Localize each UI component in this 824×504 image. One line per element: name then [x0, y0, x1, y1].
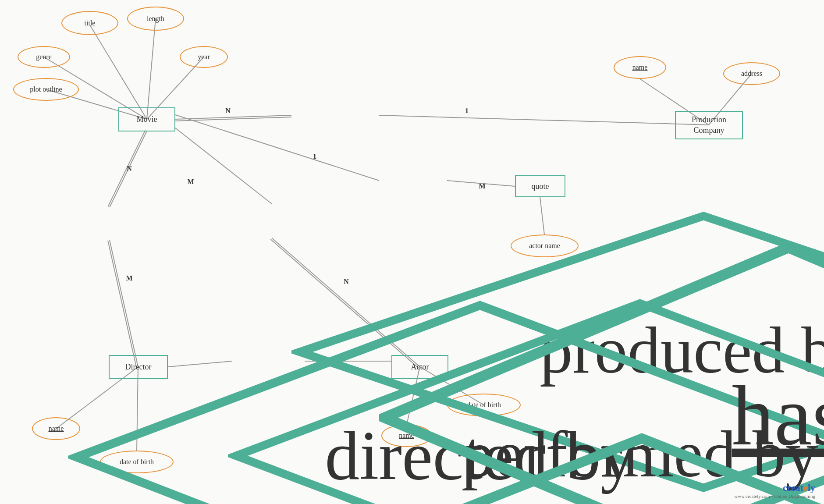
- svg-marker-40: [384, 248, 824, 504]
- svg-line-19: [137, 367, 138, 451]
- svg-text:has: has: [732, 369, 824, 463]
- svg-line-1: [147, 18, 156, 119]
- svg-text:performed by: performed by: [462, 418, 818, 491]
- svg-line-15: [110, 240, 138, 367]
- svg-line-31: [168, 361, 232, 367]
- svg-line-13: [108, 130, 145, 206]
- rel-has: has: [379, 166, 447, 195]
- svg-line-7: [379, 115, 709, 125]
- rel-also-an: Also an: [232, 346, 305, 376]
- svg-text:directed by: directed by: [325, 417, 635, 494]
- svg-line-29: [540, 197, 544, 234]
- svg-line-20: [175, 128, 272, 204]
- svg-text:M: M: [187, 178, 194, 185]
- attr-genre: genre: [18, 46, 70, 68]
- attr-actor-dob: date of birth: [447, 394, 521, 416]
- svg-line-12: [110, 131, 147, 207]
- svg-line-0: [90, 25, 147, 119]
- svg-line-6: [175, 117, 291, 121]
- svg-text:M: M: [479, 182, 485, 190]
- svg-marker-34: [300, 216, 824, 488]
- attr-pc-address: address: [723, 62, 780, 85]
- attr-length: length: [127, 7, 184, 31]
- svg-line-5: [175, 115, 291, 119]
- rel-directed-by: directed by: [68, 207, 151, 240]
- attr-actor-name2: name: [381, 424, 432, 447]
- svg-text:N: N: [344, 278, 349, 285]
- attr-year: year: [180, 46, 228, 68]
- entity-director: Director: [109, 355, 168, 379]
- rel-produced-by: produced by: [291, 100, 379, 131]
- attr-actor-name: actor name: [511, 234, 579, 257]
- rel-performed-by: performed by: [228, 204, 316, 238]
- attr-title: title: [61, 11, 118, 35]
- creately-highlight: e: [803, 482, 808, 493]
- svg-text:N: N: [127, 165, 132, 172]
- svg-text:N: N: [225, 107, 231, 114]
- svg-text:1: 1: [313, 153, 316, 160]
- creately-sub: www.creately.com • Online Diagramming: [734, 493, 815, 499]
- svg-text:M: M: [126, 274, 132, 282]
- entity-production-company: ProductionCompany: [675, 111, 743, 139]
- creately-branding: creately www.creately.com • Online Diagr…: [734, 482, 815, 499]
- attr-plot-outline: plot outline: [13, 78, 79, 101]
- svg-line-27: [447, 181, 515, 186]
- entity-actor: Actor: [391, 355, 448, 379]
- entity-quote: quote: [515, 175, 565, 197]
- svg-text:produced by: produced by: [540, 314, 824, 387]
- attr-dir-dob: date of birth: [100, 451, 174, 473]
- svg-line-16: [108, 241, 136, 367]
- attr-pc-name: name: [614, 56, 666, 79]
- creately-brand-name: creately: [734, 482, 815, 493]
- attr-dir-name: name: [32, 417, 80, 440]
- entity-movie: Movie: [118, 107, 175, 131]
- svg-text:1: 1: [465, 107, 469, 114]
- svg-marker-38: [236, 303, 824, 504]
